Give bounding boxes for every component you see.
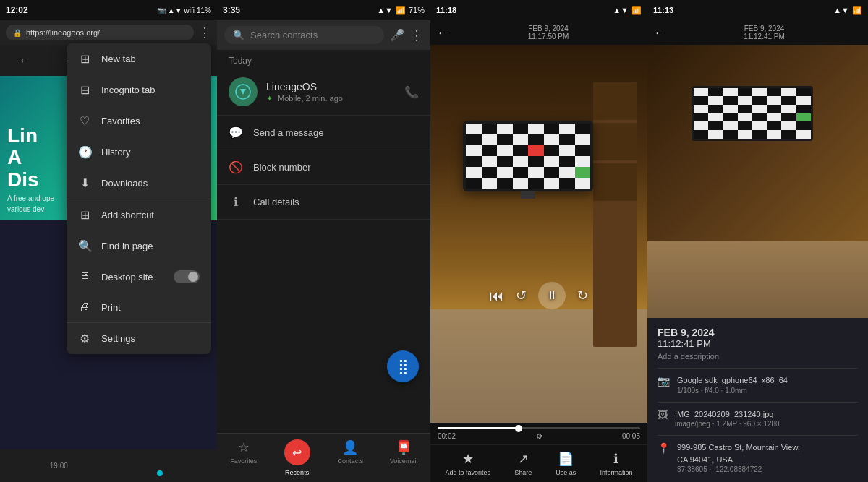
toggle-switch[interactable]	[174, 270, 200, 283]
desktop-site-label: Desktop site	[101, 272, 153, 283]
block-number-label: Block number	[253, 162, 310, 173]
search-icon: 🔍	[233, 30, 244, 40]
lock-icon: 🔒	[13, 29, 22, 37]
url-text: https://lineageos.org/	[26, 28, 100, 37]
add-favorites-label: Add to favorites	[446, 469, 491, 476]
print-menu-item[interactable]: 🖨 Print	[67, 292, 211, 322]
message-icon: 💬	[229, 126, 243, 139]
location-info-row[interactable]: 📍 999-985 Castro St, Mountain View,CA 94…	[658, 435, 858, 473]
contact-avatar	[229, 77, 258, 106]
shelf-2	[593, 123, 637, 160]
file-spec: image/jpeg · 1.2MP · 960 × 1280	[675, 420, 780, 428]
photo-tv-frame	[692, 86, 813, 141]
settings-menu-item[interactable]: ⚙ Settings	[67, 323, 211, 354]
photo-back-button[interactable]: ←	[653, 25, 666, 40]
video-progress-bar[interactable]	[438, 427, 640, 429]
recents-nav-label: Recents	[285, 469, 309, 476]
contacts-battery: 71%	[409, 6, 425, 14]
back-button[interactable]: ←	[13, 51, 36, 70]
history-menu-item[interactable]: 🕐 History	[67, 137, 211, 168]
url-bar[interactable]: 🔒 https://lineageos.org/	[6, 25, 194, 40]
website-content: LinADis A free and ope various dev	[7, 125, 54, 213]
new-tab-menu-item[interactable]: ⊞ New tab	[67, 43, 211, 74]
contacts-status-bar: 3:35 ▲▼ 📶 71%	[217, 0, 430, 20]
downloads-menu-item[interactable]: ⬇ Downloads	[67, 168, 211, 199]
contacts-signal-icon: ▲▼	[377, 6, 393, 14]
history-label: History	[101, 147, 130, 158]
heart-icon: ♡	[78, 114, 91, 128]
dialpad-fab-button[interactable]: ⣿	[387, 350, 419, 382]
video-wifi-icon: 📶	[631, 6, 642, 15]
browser-menu-button[interactable]: ⋮	[198, 25, 211, 40]
shelf-1	[593, 82, 637, 119]
video-main-area[interactable]: ⏮ ↺ ⏸ ↻	[430, 45, 647, 423]
share-action[interactable]: ↗ Share	[514, 451, 532, 476]
add-to-favorites-action[interactable]: ★ Add to favorites	[446, 451, 491, 476]
camera-model: Google sdk_gphone64_x86_64	[677, 374, 788, 387]
use-as-action[interactable]: 📄 Use as	[556, 451, 576, 476]
mic-button[interactable]: 🎤	[390, 28, 404, 42]
incognito-icon: ⊟	[78, 83, 91, 97]
contacts-nav-label: Contacts	[338, 457, 364, 465]
bottom-nav-contacts[interactable]: 👤 Contacts	[324, 434, 378, 482]
phone-call-button[interactable]: 📞	[404, 85, 419, 99]
forward-button[interactable]: ↻	[577, 288, 588, 304]
info-desc[interactable]: Add a description	[658, 352, 858, 361]
contacts-search-bar: 🔍 Search contacts 🎤 ⋮	[217, 20, 430, 50]
video-time-info: 00:02 ⚙ 00:05	[438, 432, 640, 440]
file-info-text: IMG_20240209_231240.jpg image/jpeg · 1.2…	[675, 408, 780, 429]
send-message-label: Send a message	[253, 127, 324, 138]
info-icon: ℹ	[229, 195, 243, 209]
contact-info: LineageOS ✦ Mobile, 2 min. ago	[266, 81, 396, 103]
settings-icon[interactable]: ⚙	[536, 432, 542, 440]
desktop-site-toggle[interactable]	[174, 270, 200, 283]
video-progress-fill	[438, 427, 519, 429]
more-button[interactable]: ⋮	[410, 27, 423, 43]
add-shortcut-label: Add shortcut	[101, 210, 154, 220]
video-back-button[interactable]: ←	[436, 25, 449, 40]
photo-info-panel-details: FEB 9, 2024 11:12:41 PM Add a descriptio…	[647, 318, 868, 482]
browser-status-icons: 📷 ▲▼ wifi 11%	[157, 7, 211, 14]
browser-toolbar: 🔒 https://lineageos.org/ ⋮	[0, 20, 217, 45]
photo-tv-screen	[694, 88, 811, 139]
bottom-nav-voicemail[interactable]: 📮 Voicemail	[377, 434, 430, 482]
block-number-action[interactable]: 🚫 Block number	[217, 150, 430, 185]
add-shortcut-menu-item[interactable]: ⊞ Add shortcut	[67, 199, 211, 231]
mobile-dot: ✦	[266, 94, 273, 103]
tv-stand	[521, 191, 535, 199]
pause-button[interactable]: ⏸	[538, 282, 566, 309]
rewind-button[interactable]: ↺	[516, 288, 527, 304]
location-icon: 📍	[658, 442, 670, 454]
website-desc2: various dev	[7, 205, 54, 213]
contacts-wifi-icon: 📶	[396, 6, 406, 15]
information-action[interactable]: ℹ Information	[600, 451, 632, 476]
contacts-search-input[interactable]: 🔍 Search contacts	[224, 26, 384, 44]
browser-bottom-toolbar: 19:00	[0, 449, 217, 482]
send-message-action[interactable]: 💬 Send a message	[217, 116, 430, 150]
favorites-menu-item[interactable]: ♡ Favorites	[67, 106, 211, 137]
bottom-nav-favorites[interactable]: ☆ Favorites	[217, 434, 271, 482]
camera-info-row: 📷 Google sdk_gphone64_x86_64 1/100s · f/…	[658, 368, 858, 395]
video-status-icons: ▲▼ 📶	[613, 6, 642, 15]
photo-time: 11:13	[653, 6, 673, 14]
desktop-site-menu-item[interactable]: 🖥 Desktop site	[67, 262, 211, 292]
file-info-row: 🖼 IMG_20240209_231240.jpg image/jpeg · 1…	[658, 402, 858, 429]
new-tab-icon: ⊞	[78, 52, 91, 66]
incognito-tab-menu-item[interactable]: ⊟ Incognito tab	[67, 74, 211, 106]
video-time: 11:18	[436, 6, 456, 14]
video-player-panel: 11:18 ▲▼ 📶 ← FEB 9, 2024 11:17:50 PM	[430, 0, 647, 482]
skip-back-button[interactable]: ⏮	[490, 288, 504, 304]
find-in-page-menu-item[interactable]: 🔍 Find in page	[67, 231, 211, 262]
photo-preview-area[interactable]	[647, 45, 868, 318]
print-label: Print	[101, 302, 121, 313]
location-address: 999-985 Castro St, Mountain View,CA 9404…	[677, 442, 800, 465]
bookshelf	[593, 82, 637, 347]
notification-dot	[157, 470, 163, 476]
call-details-action[interactable]: ℹ Call details	[217, 185, 430, 220]
use-as-label: Use as	[556, 469, 576, 476]
section-header-today: Today	[217, 50, 430, 69]
bottom-nav-recents[interactable]: ↩ Recents	[271, 434, 324, 482]
use-as-icon: 📄	[558, 451, 574, 467]
contact-lineageos[interactable]: LineageOS ✦ Mobile, 2 min. ago 📞	[217, 69, 430, 116]
video-actions-bar: ★ Add to favorites ↗ Share 📄 Use as ℹ In…	[430, 444, 647, 482]
